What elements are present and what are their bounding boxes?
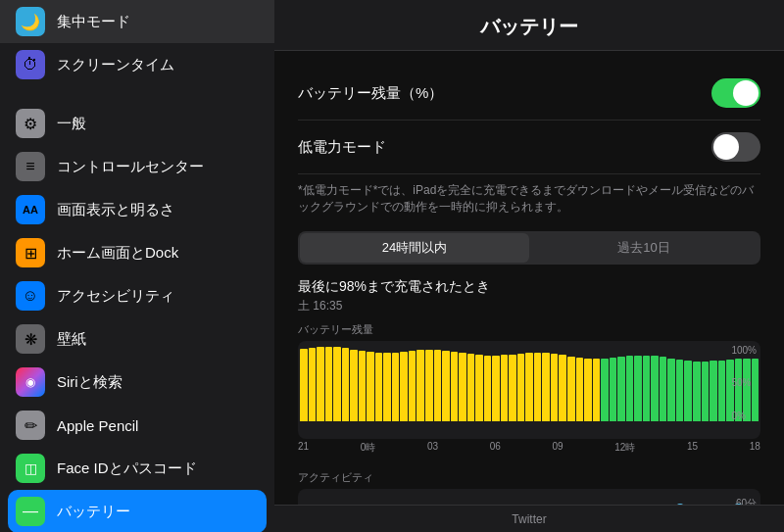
sidebar-label-wallpaper: 壁紙	[57, 330, 86, 349]
last-charged-time: 土 16:35	[298, 298, 760, 314]
sidebar-item-pencil[interactable]: ✏ Apple Pencil	[0, 404, 274, 447]
battery-bar	[610, 358, 617, 421]
battery-bar	[534, 353, 542, 421]
battery-bar	[676, 360, 684, 420]
battery-bar	[416, 350, 424, 420]
sidebar-label-screentime: スクリーンタイム	[57, 56, 174, 74]
battery-bar	[392, 353, 400, 421]
time-tab-selector: 24時間以内 過去10日	[298, 231, 760, 265]
battery-bar	[475, 355, 483, 420]
main-body: バッテリー残量（%） 低電力モード *低電力モード*では、iPadを完全に充電で…	[274, 51, 784, 505]
sidebar-item-home[interactable]: ⊞ ホーム画面とDock	[0, 231, 274, 274]
battery-bar	[542, 353, 550, 421]
battery-bar	[309, 348, 317, 421]
battery-percentage-row: バッテリー残量（%）	[298, 67, 760, 121]
main-header: バッテリー	[274, 0, 784, 51]
sidebar-item-accessibility[interactable]: ☺ アクセシビリティ	[0, 274, 274, 317]
control-icon: ≡	[16, 152, 45, 181]
battery-bar	[434, 350, 442, 421]
sidebar-label-home: ホーム画面とDock	[57, 244, 178, 263]
sidebar-item-battery[interactable]: — バッテリー	[8, 490, 267, 532]
sidebar-item-focus[interactable]: 🌙 集中モード	[0, 0, 274, 43]
battery-bar	[459, 353, 466, 420]
battery-bar	[601, 359, 609, 421]
activity-chart-wrapper: 60分 30分 0分 21 0時 03 06 09 12時 15 18	[298, 489, 760, 505]
battery-bar	[551, 354, 559, 421]
battery-bar	[375, 353, 383, 421]
last-charged-label: 最後に98%まで充電されたとき	[298, 278, 760, 296]
sidebar-item-screentime[interactable]: ⏱ スクリーンタイム	[0, 43, 274, 86]
twitter-label: Twitter	[512, 512, 546, 526]
battery-bar	[300, 349, 308, 421]
pencil-icon: ✏	[16, 411, 45, 440]
battery-level-label: バッテリー残量	[298, 322, 760, 337]
battery-bar	[400, 352, 408, 421]
sidebar-label-focus: 集中モード	[57, 13, 130, 31]
battery-bar	[484, 356, 492, 421]
tab-24h[interactable]: 24時間以内	[300, 233, 529, 263]
battery-bar	[425, 350, 433, 421]
battery-bar	[584, 359, 592, 421]
sidebar: 🌙 集中モード ⏱ スクリーンタイム ⚙ 一般 ≡ コントロールセンター AA …	[0, 0, 274, 532]
battery-bar	[702, 362, 710, 421]
accessibility-icon: ☺	[16, 281, 45, 311]
battery-bar	[525, 353, 533, 421]
battery-chart-wrapper: 100% 50% 0% 21 0時 03 06 09 12時 15 18	[298, 341, 760, 455]
battery-bar	[626, 356, 634, 420]
battery-bar	[350, 350, 358, 421]
battery-bar	[576, 358, 584, 421]
battery-bar	[325, 347, 333, 421]
home-icon: ⊞	[16, 238, 45, 267]
low-power-row: 低電力モード	[298, 121, 760, 174]
sidebar-item-siri[interactable]: ◉ Siriと検索	[0, 361, 274, 404]
low-power-note: *低電力モード*では、iPadを完全に充電できるまでダウンロードやメール受信など…	[298, 182, 760, 216]
battery-bar	[693, 362, 701, 421]
battery-bar	[559, 355, 566, 420]
sidebar-label-faceid: Face IDとパスコード	[57, 459, 197, 478]
sidebar-item-display[interactable]: AA 画面表示と明るさ	[0, 188, 274, 231]
sidebar-label-accessibility: アクセシビリティ	[57, 287, 174, 306]
battery-bar	[684, 361, 692, 420]
sidebar-label-battery: バッテリー	[57, 503, 130, 521]
battery-bar	[501, 355, 509, 420]
wallpaper-icon: ❋	[16, 324, 45, 354]
battery-percentage-toggle[interactable]	[711, 78, 760, 108]
battery-bar	[367, 352, 374, 420]
sidebar-label-display: 画面表示と明るさ	[57, 201, 174, 219]
battery-bar	[509, 355, 516, 421]
battery-percentage-label: バッテリー残量（%）	[298, 84, 443, 103]
sidebar-item-control[interactable]: ≡ コントロールセンター	[0, 145, 274, 188]
battery-bar	[667, 359, 675, 421]
sidebar-label-general: 一般	[57, 115, 86, 133]
battery-bar	[710, 361, 717, 420]
siri-icon: ◉	[16, 367, 45, 397]
battery-bar	[643, 356, 651, 421]
activity-y-labels: 60分 30分 0分	[736, 489, 757, 505]
battery-bar	[342, 348, 350, 420]
faceid-icon: ◫	[16, 454, 45, 483]
battery-x-labels: 21 0時 03 06 09 12時 15 18	[298, 441, 760, 455]
display-icon: AA	[16, 195, 45, 224]
battery-bars	[298, 341, 760, 439]
battery-bar	[517, 354, 525, 421]
low-power-toggle[interactable]	[711, 132, 760, 162]
activity-chart: 60分 30分 0分	[298, 489, 760, 505]
focus-icon: 🌙	[16, 7, 45, 36]
battery-bar	[718, 361, 726, 421]
battery-bar	[651, 356, 659, 420]
battery-chart-section: 最後に98%まで充電されたとき 土 16:35 バッテリー残量 100% 50%…	[298, 278, 760, 455]
main-content: バッテリー バッテリー残量（%） 低電力モード *低電力モード*では、iPadを…	[274, 0, 784, 532]
sidebar-item-wallpaper[interactable]: ❋ 壁紙	[0, 317, 274, 361]
battery-chart: 100% 50% 0%	[298, 341, 760, 439]
battery-y-labels: 100% 50% 0%	[731, 341, 757, 439]
sidebar-item-faceid[interactable]: ◫ Face IDとパスコード	[0, 447, 274, 490]
sidebar-item-general[interactable]: ⚙ 一般	[0, 102, 274, 145]
battery-bar	[467, 354, 475, 420]
battery-bar	[593, 359, 601, 421]
tab-10d[interactable]: 過去10日	[529, 233, 759, 263]
battery-bar	[333, 347, 341, 420]
activity-chart-section: アクティビティ 60分 30分 0分 21 0時 03 06 09 12時	[298, 470, 760, 505]
activity-label: アクティビティ	[298, 470, 760, 485]
battery-bar	[567, 357, 575, 421]
sidebar-label-control: コントロールセンター	[57, 158, 204, 176]
